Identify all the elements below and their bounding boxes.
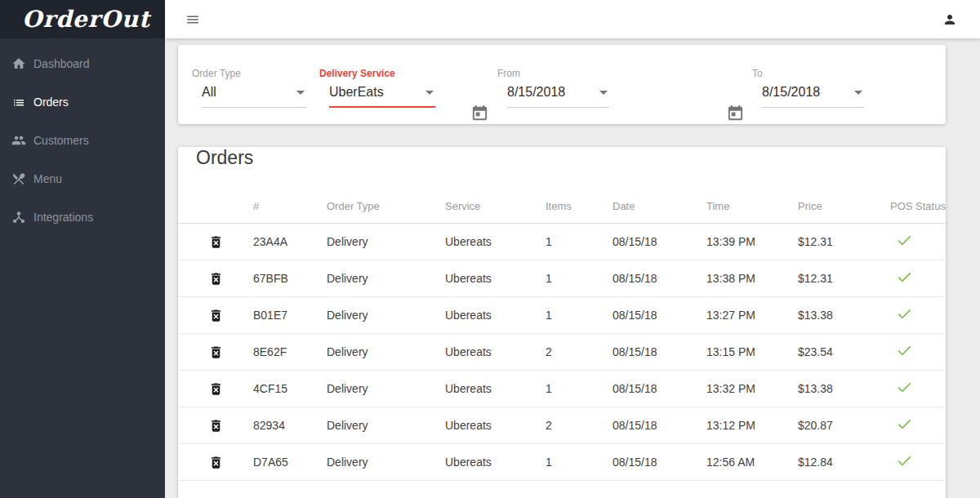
table-row: 67BFB Delivery Ubereats 1 08/15/18 13:38… — [178, 260, 946, 297]
service-cell: Ubereats — [445, 419, 546, 432]
delete-trash-icon — [208, 380, 224, 398]
service-cell: Ubereats — [445, 235, 546, 248]
order-id-cell: 4CF15 — [253, 382, 327, 395]
time-cell: 12:56 AM — [706, 456, 798, 469]
date-cell: 08/15/18 — [612, 235, 706, 248]
items-cell: 1 — [546, 382, 612, 395]
delivery-service-select[interactable]: UberEats — [329, 79, 435, 108]
to-date-filter: To 8/15/2018 — [752, 68, 864, 108]
price-cell: $12.31 — [798, 235, 890, 248]
chevron-down-icon — [854, 91, 862, 95]
order-id-cell: B01E7 — [253, 309, 327, 322]
items-cell: 1 — [546, 272, 612, 285]
content-area: Order Type All Delivery Service UberEats — [165, 38, 980, 498]
table-row: 23A4A Delivery Ubereats 1 08/15/18 13:39… — [178, 224, 946, 260]
date-cell: 08/15/18 — [612, 345, 706, 358]
calendar-icon — [470, 104, 489, 122]
orders-table-body: 23A4A Delivery Ubereats 1 08/15/18 13:39… — [178, 224, 946, 481]
order-type-filter: Order Type All — [192, 68, 306, 108]
chevron-down-icon — [296, 91, 305, 95]
from-date-value: 8/15/2018 — [507, 85, 565, 100]
order-type-cell: Delivery — [327, 272, 445, 285]
sidebar-item-label: Orders — [33, 96, 69, 109]
date-cell: 08/15/18 — [612, 456, 706, 469]
delete-trash-icon — [208, 270, 224, 287]
items-cell: 1 — [546, 456, 612, 469]
table-row: B01E7 Delivery Ubereats 1 08/15/18 13:27… — [178, 297, 946, 334]
pos-status-cell — [890, 381, 946, 396]
pos-status-cell — [890, 234, 946, 249]
orders-title: Orders — [196, 147, 946, 169]
price-cell: $12.84 — [798, 456, 890, 469]
sidebar: OrderOut Dashboard Orders Customers — [0, 0, 165, 498]
date-cell: 08/15/18 — [612, 382, 706, 395]
order-id-cell: 67BFB — [253, 272, 327, 285]
service-cell: Ubereats — [445, 456, 546, 469]
calendar-icon — [726, 104, 745, 122]
items-cell: 2 — [546, 419, 612, 432]
order-id-cell: 8E62F — [253, 345, 327, 358]
order-id-cell: 82934 — [253, 419, 327, 432]
time-cell: 13:12 PM — [706, 419, 798, 432]
from-date-filter: From 8/15/2018 — [497, 68, 609, 108]
order-id-cell: D7A65 — [253, 456, 327, 469]
time-cell: 13:39 PM — [706, 235, 798, 248]
date-cell: 08/15/18 — [612, 309, 706, 322]
order-type-cell: Delivery — [327, 382, 445, 395]
order-type-cell: Delivery — [327, 309, 445, 322]
col-header-pos-status: POS Status — [890, 200, 946, 212]
delete-order-button[interactable] — [208, 233, 224, 251]
delete-order-button[interactable] — [208, 307, 224, 324]
sidebar-item-integrations[interactable]: Integrations — [0, 198, 165, 236]
list-icon — [11, 95, 26, 109]
delete-trash-icon — [208, 344, 224, 361]
date-cell: 08/15/18 — [612, 419, 706, 432]
delete-order-button[interactable] — [208, 417, 224, 434]
account-button[interactable] — [942, 12, 957, 27]
service-cell: Ubereats — [445, 272, 546, 285]
price-cell: $13.38 — [798, 382, 890, 395]
hamburger-menu-button[interactable] — [185, 12, 200, 27]
time-cell: 13:27 PM — [706, 309, 798, 322]
order-type-label: Order Type — [192, 68, 306, 79]
from-date-select[interactable]: 8/15/2018 — [507, 79, 609, 108]
service-cell: Ubereats — [445, 309, 546, 322]
table-row: 4CF15 Delivery Ubereats 1 08/15/18 13:32… — [178, 371, 946, 407]
sidebar-item-orders[interactable]: Orders — [0, 82, 165, 121]
sidebar-nav: Dashboard Orders Customers Menu — [0, 38, 165, 236]
delete-order-button[interactable] — [208, 270, 224, 287]
time-cell: 13:15 PM — [706, 345, 798, 358]
to-date-picker-button[interactable] — [726, 104, 745, 122]
price-cell: $12.31 — [798, 272, 890, 285]
to-date-select[interactable]: 8/15/2018 — [762, 79, 864, 108]
sidebar-item-dashboard[interactable]: Dashboard — [0, 44, 165, 82]
green-checkmark-icon — [897, 309, 912, 322]
table-row: D7A65 Delivery Ubereats 1 08/15/18 12:56… — [178, 444, 946, 481]
order-type-select[interactable]: All — [202, 79, 306, 108]
pos-status-cell — [890, 271, 946, 286]
green-checkmark-icon — [897, 236, 912, 249]
sidebar-item-label: Dashboard — [33, 57, 90, 70]
person-icon — [942, 12, 957, 27]
order-type-cell: Delivery — [327, 456, 445, 469]
delete-order-button[interactable] — [208, 454, 224, 471]
delivery-service-value: UberEats — [329, 85, 384, 100]
delete-trash-icon — [208, 233, 224, 251]
delivery-service-label: Delivery Service — [319, 68, 435, 79]
time-cell: 13:32 PM — [706, 382, 798, 395]
hub-icon — [11, 210, 26, 225]
from-date-picker-button[interactable] — [470, 104, 489, 122]
sidebar-item-customers[interactable]: Customers — [0, 121, 165, 159]
sidebar-item-menu[interactable]: Menu — [0, 159, 165, 198]
to-date-label: To — [752, 68, 864, 79]
time-cell: 13:38 PM — [706, 272, 798, 285]
topbar — [165, 0, 980, 38]
delete-order-button[interactable] — [208, 380, 224, 398]
items-cell: 1 — [546, 309, 612, 322]
table-row: 8E62F Delivery Ubereats 2 08/15/18 13:15… — [178, 334, 946, 371]
delete-order-button[interactable] — [208, 344, 224, 361]
order-type-value: All — [202, 85, 216, 100]
pos-status-cell — [890, 345, 946, 359]
green-checkmark-icon — [897, 273, 912, 286]
restaurant-menu-icon — [11, 171, 26, 186]
